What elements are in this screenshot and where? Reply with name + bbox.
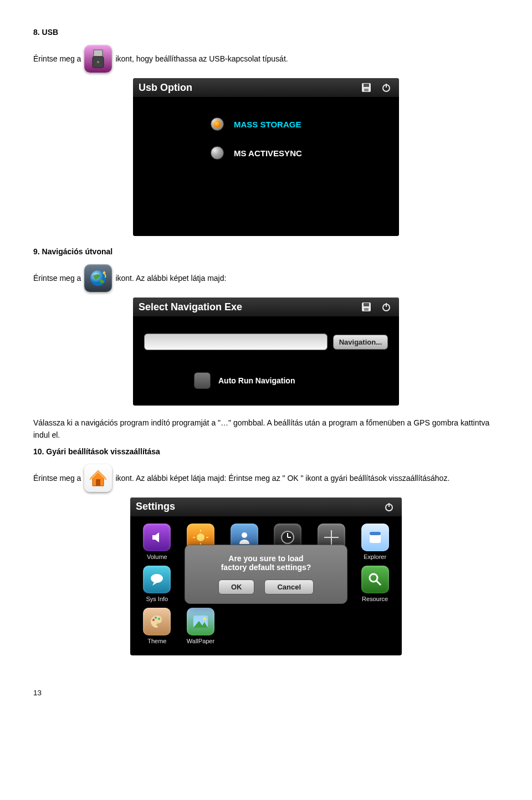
svg-rect-0: [94, 50, 103, 57]
svg-rect-5: [364, 89, 369, 91]
mass-storage-label: MASS STORAGE: [234, 120, 301, 129]
ok-button[interactable]: OK: [218, 580, 255, 594]
section-10-line: Érintse meg a ikont. Az alábbi képet lát…: [33, 464, 499, 492]
svg-point-54: [203, 617, 206, 620]
section-8-line: Érintse meg a ikont, hogy beállíthassa a…: [33, 45, 499, 73]
text-after-icon: ikont. Az alábbi képet látja majd:: [115, 274, 226, 283]
text-after-icon: ikont. Az alábbi képet látja majd: Érint…: [115, 474, 449, 483]
dialog-line-2: factory default settings?: [194, 563, 338, 572]
mass-storage-option[interactable]: MASS STORAGE: [211, 117, 388, 131]
magnifier-icon: [361, 566, 389, 593]
volume-icon: [143, 524, 171, 551]
settings-item-wallpaper[interactable]: WallPaper: [181, 608, 221, 644]
activesync-label: MS ACTIVESYNC: [234, 148, 302, 158]
settings-header: Settings: [130, 498, 402, 517]
select-nav-header: Select Navigation Exe: [133, 298, 399, 317]
svg-rect-16: [96, 479, 100, 486]
usb-option-screen: Usb Option MASS STORAGE MS ACTIVESYNC: [133, 78, 399, 236]
svg-point-20: [197, 534, 204, 541]
usb-option-title: Usb Option: [139, 82, 192, 94]
section-10-heading: 10. Gyári beállítások visszaállítása: [33, 447, 499, 456]
settings-screen: Settings Volume Backlight Language: [130, 498, 402, 655]
svg-point-49: [152, 619, 155, 621]
page-number: 13: [33, 689, 499, 697]
auto-run-option[interactable]: Auto Run Navigation: [194, 372, 388, 389]
svg-point-51: [158, 618, 160, 620]
save-icon[interactable]: [359, 301, 374, 313]
explorer-icon: [361, 524, 389, 551]
settings-item-label: WallPaper: [187, 638, 214, 644]
svg-rect-11: [364, 303, 369, 306]
svg-point-25: [242, 532, 247, 538]
settings-title: Settings: [136, 501, 175, 512]
select-nav-screen: Select Navigation Exe Navigation... Auto…: [133, 298, 399, 406]
activesync-option[interactable]: MS ACTIVESYNC: [211, 146, 388, 160]
power-icon[interactable]: [382, 501, 396, 513]
settings-item-label: Explorer: [364, 553, 386, 560]
svg-marker-9: [103, 271, 106, 273]
settings-item-theme[interactable]: Theme: [137, 608, 177, 644]
settings-item-label: Volume: [147, 553, 167, 560]
settings-item-label: Theme: [147, 638, 166, 644]
nav-path-input[interactable]: [144, 334, 328, 350]
section-9-heading: 9. Navigációs útvonal: [33, 247, 499, 256]
auto-run-label: Auto Run Navigation: [218, 376, 295, 385]
cancel-button[interactable]: Cancel: [264, 580, 314, 594]
globe-nav-icon: [84, 264, 112, 292]
select-nav-title: Select Navigation Exe: [139, 301, 242, 313]
settings-item-label: Resource: [362, 596, 388, 602]
nav-instruction-text: Válassza ki a navigációs program indító …: [33, 417, 499, 442]
section-8-heading: 8. USB: [33, 28, 499, 37]
text-before-icon: Érintse meg a: [33, 54, 81, 63]
svg-line-48: [376, 581, 381, 585]
power-icon[interactable]: [379, 81, 393, 94]
settings-item-explorer[interactable]: Explorer: [355, 524, 395, 560]
svg-point-33: [151, 574, 163, 583]
nav-path-row: Navigation...: [144, 334, 388, 350]
section-9-line: Érintse meg a ikont. Az alábbi képet lát…: [33, 264, 499, 292]
svg-rect-12: [364, 308, 369, 311]
text-before-icon: Érintse meg a: [33, 274, 81, 283]
usb-option-header: Usb Option: [133, 78, 399, 98]
dialog-line-1: Are you sure to load: [194, 554, 338, 563]
home-icon: [84, 464, 112, 492]
save-icon[interactable]: [359, 81, 374, 94]
usb-device-icon: [84, 45, 112, 73]
settings-item-label: Sys Info: [146, 596, 168, 602]
svg-point-47: [370, 574, 377, 582]
settings-item-resource[interactable]: Resource: [355, 566, 395, 602]
factory-reset-dialog: Are you sure to load factory default set…: [185, 545, 347, 604]
landscape-icon: [187, 608, 214, 635]
svg-rect-4: [364, 84, 369, 87]
power-icon[interactable]: [379, 301, 393, 313]
text-after-icon: ikont, hogy beállíthassa az USB-kapcsola…: [115, 54, 288, 63]
radio-unselected-icon[interactable]: [211, 146, 224, 160]
palette-icon: [143, 608, 171, 635]
settings-item-volume[interactable]: Volume: [137, 524, 177, 560]
checkbox-icon[interactable]: [194, 372, 211, 389]
svg-rect-32: [370, 532, 381, 535]
settings-item-sysinfo[interactable]: Sys Info: [137, 566, 177, 602]
browse-button[interactable]: Navigation...: [333, 335, 388, 350]
chat-icon: [143, 566, 171, 593]
svg-point-2: [97, 61, 99, 63]
radio-selected-icon[interactable]: [211, 117, 224, 131]
svg-point-50: [155, 617, 157, 619]
text-before-icon: Érintse meg a: [33, 474, 81, 483]
